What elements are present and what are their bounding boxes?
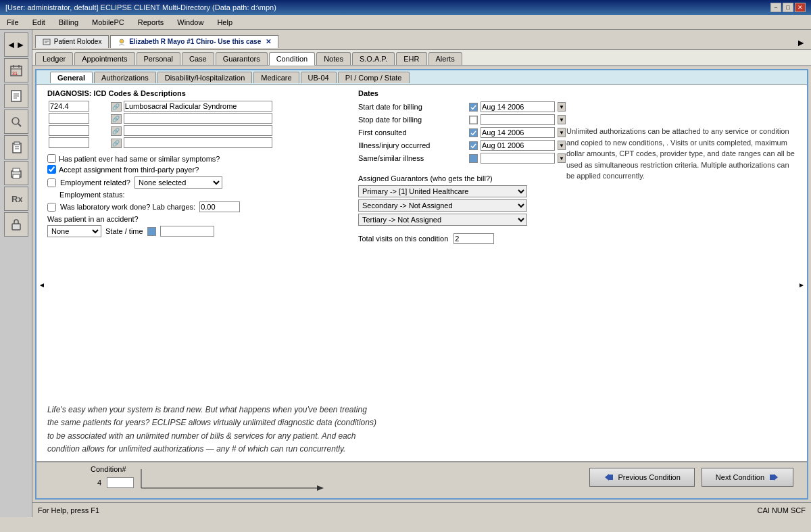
svg-rect-33 — [609, 475, 613, 480]
close-case-tab[interactable]: ✕ — [266, 38, 271, 45]
svg-rect-19 — [12, 224, 20, 230]
total-visits-input[interactable] — [453, 233, 494, 244]
tab-alerts[interactable]: Alerts — [428, 52, 462, 65]
tab-case[interactable]: Case — [182, 52, 214, 65]
same-symptoms-label: Has patient ever had same or similar sym… — [59, 155, 220, 163]
date-first-consulted-arrow[interactable]: ▼ — [558, 128, 566, 137]
tab-guarantors[interactable]: Guarantors — [216, 52, 268, 65]
accident-label: Was patient in an accident? — [47, 215, 139, 223]
tab-notes[interactable]: Notes — [316, 52, 351, 65]
diag-link-icon-2[interactable]: 🔗 — [111, 114, 122, 124]
sub-tab-ub04[interactable]: UB-04 — [301, 72, 337, 83]
diag-code-1[interactable] — [49, 101, 89, 112]
date-start-checkbox[interactable] — [469, 103, 478, 112]
diag-code-2[interactable] — [49, 113, 89, 124]
close-button[interactable]: ✕ — [795, 3, 806, 12]
date-illness-arrow[interactable]: ▼ — [558, 141, 566, 150]
date-similar-input[interactable] — [481, 153, 555, 164]
svg-rect-20 — [43, 39, 50, 45]
sidebar-btn-nav[interactable]: ◄► — [4, 32, 28, 57]
guarantor-secondary-select[interactable]: Secondary -> Not Assigned — [358, 199, 527, 212]
tab-personal[interactable]: Personal — [137, 52, 180, 65]
lab-work-label: Was laboratory work done? Lab charges: — [60, 203, 195, 211]
lab-work-checkbox[interactable] — [47, 203, 56, 212]
diag-desc-1[interactable] — [124, 101, 272, 112]
sub-tab-authorizations[interactable]: Authorizations — [94, 72, 156, 83]
sidebar-btn-calendar[interactable]: 31 — [4, 58, 28, 82]
tab-patient-rolodex[interactable]: Patient Rolodex — [35, 35, 109, 48]
date-first-consulted-checkbox[interactable] — [469, 128, 478, 137]
tab-ledger[interactable]: Ledger — [35, 52, 73, 65]
diag-link-icon-3[interactable]: 🔗 — [111, 126, 122, 136]
diag-code-3[interactable] — [49, 125, 89, 136]
date-start-arrow[interactable]: ▼ — [558, 102, 566, 112]
tab-patient-case[interactable]: Elizabeth R Mayo #1 Chiro- Use this case… — [110, 35, 278, 48]
guarantor-primary-select[interactable]: Primary -> [1] United Healthcare — [358, 185, 527, 197]
menu-file[interactable]: File — [3, 17, 23, 28]
date-stop-arrow[interactable]: ▼ — [558, 115, 566, 124]
menu-reports[interactable]: Reports — [134, 17, 168, 28]
svg-marker-31 — [317, 485, 324, 491]
sidebar-btn-clipboard[interactable] — [4, 135, 28, 160]
date-similar-checkbox[interactable] — [469, 154, 478, 163]
diag-desc-4[interactable] — [124, 137, 272, 148]
date-first-consulted-input[interactable] — [481, 127, 555, 138]
menu-edit[interactable]: Edit — [28, 17, 49, 28]
page-tabs: Ledger Appointments Personal Case Guaran… — [32, 50, 811, 66]
tab-appointments[interactable]: Appointments — [74, 52, 134, 65]
guarantor-tertiary-select[interactable]: Tertiary -> Not Assigned — [358, 214, 527, 226]
sidebar-btn-lock[interactable] — [4, 212, 28, 237]
date-start-input[interactable] — [481, 101, 555, 112]
employment-related-checkbox[interactable] — [47, 178, 56, 187]
diag-desc-2[interactable] — [124, 113, 272, 124]
same-symptoms-checkbox[interactable] — [47, 154, 56, 163]
diag-link-icon-1[interactable]: 🔗 — [111, 102, 122, 112]
sidebar-btn-search[interactable] — [4, 110, 28, 134]
sidebar-btn-rx[interactable]: Rx — [4, 187, 28, 211]
sub-tab-disability[interactable]: Disability/Hospitalization — [157, 72, 253, 83]
maximize-button[interactable]: □ — [783, 3, 793, 12]
accident-select[interactable]: None Auto Other — [47, 225, 101, 237]
diag-code-4[interactable] — [49, 137, 89, 148]
sidebar-btn-notes[interactable] — [4, 84, 28, 108]
menu-billing[interactable]: Billing — [55, 17, 82, 28]
sub-tab-medicare[interactable]: Medicare — [253, 72, 299, 83]
svg-rect-24 — [470, 103, 477, 111]
tab-scroll-right[interactable]: ► — [793, 37, 808, 48]
state-time-checkbox[interactable] — [147, 227, 156, 236]
panel-nav-right[interactable]: ► — [798, 281, 805, 288]
next-condition-button[interactable]: Next Condition — [702, 468, 793, 487]
date-illness-input[interactable] — [481, 140, 555, 151]
menu-help[interactable]: Help — [213, 17, 237, 28]
prev-condition-button[interactable]: Previous Condition — [589, 468, 695, 487]
menu-window[interactable]: Window — [173, 17, 207, 28]
employment-status-select[interactable]: None selected — [134, 176, 222, 189]
state-time-input[interactable] — [160, 226, 214, 237]
date-similar-arrow[interactable]: ▼ — [558, 153, 566, 163]
svg-rect-12 — [14, 142, 20, 145]
svg-rect-25 — [470, 116, 477, 124]
date-illness-checkbox[interactable] — [469, 141, 478, 150]
menu-mobilepc[interactable]: MobilePC — [88, 17, 128, 28]
svg-text:Rx: Rx — [11, 194, 22, 204]
panel-nav-left[interactable]: ◄ — [39, 281, 45, 288]
main-panel: ◄ ► General Authorizations Disability/Ho… — [35, 69, 808, 500]
sub-tab-general[interactable]: General — [50, 72, 93, 83]
date-stop-checkbox[interactable] — [469, 116, 478, 124]
diag-link-icon-4[interactable]: 🔗 — [111, 139, 122, 148]
sidebar-btn-print[interactable] — [4, 161, 28, 185]
date-stop-input[interactable] — [481, 114, 555, 125]
total-visits-row: Total visits on this condition — [358, 233, 796, 244]
lab-charges-input[interactable] — [199, 201, 240, 212]
accept-assignment-checkbox[interactable] — [47, 165, 56, 174]
condition-number-input[interactable] — [107, 477, 134, 488]
sub-tab-pi[interactable]: PI / Comp / State — [338, 72, 410, 83]
lab-work-row: Was laboratory work done? Lab charges: — [47, 201, 345, 212]
minimize-button[interactable]: − — [770, 3, 781, 12]
tab-soap[interactable]: S.O.A.P. — [352, 52, 395, 65]
date-row-stop: Stop date for billing ▼ — [358, 114, 796, 125]
status-left: For Help, press F1 — [38, 506, 99, 514]
tab-condition[interactable]: Condition — [269, 52, 315, 66]
diag-desc-3[interactable] — [124, 125, 272, 136]
tab-ehr[interactable]: EHR — [396, 52, 426, 65]
